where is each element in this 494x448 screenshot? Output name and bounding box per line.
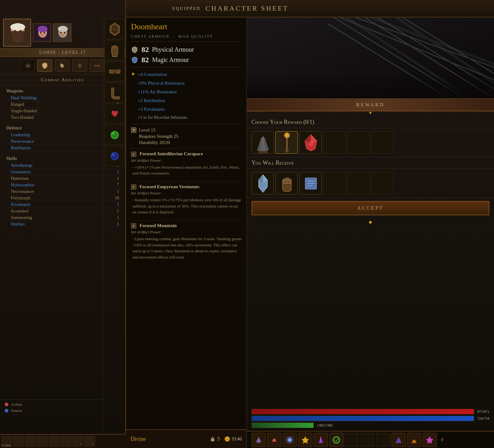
equip-item-4[interactable] [104, 82, 125, 103]
skills-group-header: Skills 39 [6, 156, 119, 161]
equip-item-6[interactable] [104, 125, 125, 145]
stat-hydrosophist[interactable]: Hydrosophist 7 [6, 182, 119, 189]
receive-item-1[interactable] [252, 172, 274, 194]
stat-scoundrel[interactable]: Scoundrel 1 [6, 208, 119, 215]
action-icon-9[interactable] [376, 433, 390, 447]
stat-warfare[interactable]: Warfare 5 [6, 221, 119, 228]
artifact-desc-2: - Instantly restore 5% (+0.75% per Memor… [131, 197, 242, 215]
equip-item-3[interactable] [104, 61, 125, 82]
action-icon-8[interactable] [360, 433, 375, 447]
stat-huntsman[interactable]: Huntsman 1 [6, 175, 119, 182]
stat-dual-wielding[interactable]: Dual Wielding 4 [6, 95, 119, 101]
scoundrel-label: Scoundrel [11, 209, 29, 214]
stat-retribution[interactable]: Retribution 3 [6, 145, 119, 152]
action-icon-6[interactable] [329, 433, 344, 447]
mp-label: 724/724 [477, 416, 489, 421]
nav-equalizer-btn[interactable]: ⊶ [90, 59, 104, 72]
middle-panel: Doomheart CHEST ARMOUR - MAX QUALITY 82 … [126, 17, 247, 429]
action-icon-2[interactable] [267, 433, 281, 447]
item-type-bar: CHEST ARMOUR - MAX QUALITY [131, 34, 242, 42]
receive-items-row[interactable] [247, 169, 494, 198]
equip-item-5[interactable] [104, 104, 125, 124]
physical-armour-icon [131, 46, 138, 54]
equip-slot-3[interactable] [25, 436, 36, 447]
stat-summoning[interactable]: Summoning 1 [6, 215, 119, 221]
equip-slot-2[interactable] [13, 436, 24, 447]
reward-items-row[interactable] [247, 128, 494, 157]
stat-single-handed[interactable]: Single-Handed 0 [6, 108, 119, 114]
geomancer-label: Geomancer [11, 170, 31, 175]
source-dot [5, 409, 8, 413]
receive-item-4[interactable] [323, 172, 346, 194]
requires-text: Requires Strength 25 [131, 134, 178, 139]
reward-item-1[interactable] [252, 131, 274, 154]
action-icon-5[interactable] [314, 433, 328, 447]
portrait-main[interactable] [3, 19, 31, 47]
equip-slot-5[interactable] [49, 436, 60, 447]
equip-slot-4[interactable] [37, 436, 48, 447]
action-item: Action [5, 401, 98, 408]
stat-perseverance[interactable]: Perseverance 3 [6, 138, 119, 145]
equip-slot-8[interactable]: 2 [84, 436, 95, 447]
equip-slot-7[interactable]: 1 [72, 436, 83, 447]
nav-leaf-btn[interactable] [55, 59, 70, 72]
stat-geomancer[interactable]: Geomancer 1 [6, 169, 119, 175]
action-icon-3[interactable] [283, 433, 297, 447]
reward-item-art-1 [252, 132, 274, 154]
reward-item-4[interactable] [323, 131, 346, 154]
stat-leadership[interactable]: Leadership 2 [6, 132, 119, 138]
reward-item-2[interactable] [275, 131, 298, 154]
nav-shield-btn[interactable] [37, 59, 52, 72]
counter-badge-1: 1 [80, 442, 82, 446]
reward-item-6[interactable] [371, 131, 394, 154]
action-icon-4[interactable] [298, 433, 312, 447]
svg-point-5 [17, 32, 18, 33]
action-icon-1[interactable] [252, 433, 266, 447]
stat-aerotheurge[interactable]: Aerotheurge 9 [6, 162, 119, 169]
stat-pyrokinetic[interactable]: Pyrokinetic 3 [6, 202, 119, 208]
action-icon-12[interactable] [422, 433, 437, 447]
portrait-face-1 [4, 19, 31, 47]
artifact-desc-3: - Upon entering combat, gain Mountain fo… [131, 236, 242, 260]
portrait-char3[interactable] [53, 23, 72, 42]
svg-rect-63 [305, 178, 316, 189]
receive-item-6[interactable] [371, 172, 394, 194]
reward-item-3[interactable] [299, 131, 322, 154]
svg-rect-73 [331, 434, 342, 446]
action-icon-7[interactable] [345, 433, 359, 447]
receive-item-2[interactable] [275, 172, 298, 194]
svg-point-24 [112, 132, 114, 135]
accept-button[interactable]: ACCEPT [252, 201, 489, 215]
receive-item-5[interactable] [347, 172, 370, 194]
equip-slot-6[interactable] [61, 436, 72, 447]
magic-armour-row: 82 Magic Armour [131, 56, 242, 64]
bonus-retribution: ★ +2 Retribution [131, 97, 242, 104]
bonus-phys-resist-text: +9% Physical Resistance [138, 79, 185, 87]
magic-armour-icon [131, 56, 138, 64]
physical-armour-label: Physical Armour [152, 46, 194, 53]
portrait-char2[interactable] [33, 23, 51, 42]
stat-necromancer[interactable]: Necromancer 1 [6, 189, 119, 195]
equip-item-1[interactable] [104, 19, 125, 39]
equip-item-2[interactable] [104, 40, 125, 60]
visual-background [247, 17, 494, 98]
nav-snowflake-btn[interactable]: ❄ [72, 59, 87, 72]
belt-icon [107, 64, 122, 79]
reward-item-5[interactable] [347, 131, 370, 154]
stat-two-handed[interactable]: Two-Handed 0 [6, 114, 119, 121]
section-header-text: Combat Abilities [41, 77, 84, 82]
action-icon-11[interactable] [407, 433, 421, 447]
divider-1 [131, 67, 242, 68]
action-icon-10[interactable] [391, 433, 406, 447]
artifact-name-2: F Focused Empyrean Vestments [131, 184, 242, 190]
receive-item-3[interactable] [299, 172, 322, 194]
equip-item-7[interactable] [104, 146, 125, 166]
item-bottom-bar: Divine 5 G 9146 [126, 429, 247, 448]
nav-skull-btn[interactable]: ☠ [21, 59, 35, 72]
item-type: CHEST ARMOUR [131, 34, 170, 39]
portrait-face-2 [33, 24, 51, 42]
svg-point-16 [113, 28, 116, 31]
stat-polymorph[interactable]: Polymorph 10 [6, 195, 119, 202]
stat-ranged[interactable]: Ranged 0 [6, 101, 119, 108]
artifact-desc-1: - +10% (+1% per Perseverance) maximum Ai… [131, 164, 242, 176]
